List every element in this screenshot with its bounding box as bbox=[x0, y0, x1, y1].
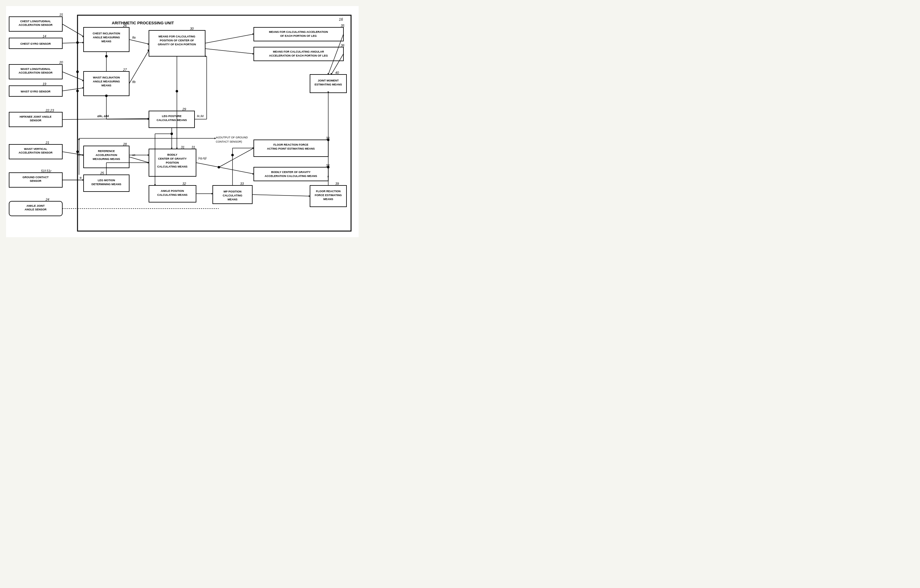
svg-point-129 bbox=[105, 94, 108, 97]
diagram-container: CHEST LONGITUDINAL ACCELERATION SENSOR 1… bbox=[6, 6, 359, 237]
svg-text:40: 40 bbox=[335, 71, 339, 75]
svg-marker-162 bbox=[253, 173, 254, 175]
svg-text:WAIST VERTICAL: WAIST VERTICAL bbox=[24, 147, 47, 151]
svg-text:MEANS: MEANS bbox=[228, 198, 238, 201]
svg-text:ACCELERATION: ACCELERATION bbox=[96, 154, 117, 157]
svg-text:MEANS: MEANS bbox=[102, 84, 112, 87]
svg-text:22,23: 22,23 bbox=[45, 109, 54, 112]
svg-text:ANGLE SENSOR: ANGLE SENSOR bbox=[24, 208, 47, 211]
svg-text:CENTER OF GRAVITY: CENTER OF GRAVITY bbox=[158, 157, 186, 160]
svg-text:31: 31 bbox=[181, 145, 185, 149]
svg-line-164 bbox=[219, 148, 254, 167]
svg-marker-147 bbox=[176, 148, 178, 149]
svg-marker-136 bbox=[171, 148, 173, 149]
svg-text:WAIST LONGITUDINAL: WAIST LONGITUDINAL bbox=[21, 68, 51, 71]
svg-text:19: 19 bbox=[42, 82, 46, 86]
svg-line-143 bbox=[205, 49, 254, 54]
svg-text:※: ※ bbox=[79, 176, 82, 179]
svg-marker-144 bbox=[253, 53, 254, 55]
svg-text:MEANS FOR CALCULATING ACCELERA: MEANS FOR CALCULATING ACCELERATION bbox=[269, 31, 328, 34]
svg-marker-158 bbox=[148, 162, 149, 164]
svg-text:20: 20 bbox=[59, 60, 63, 64]
svg-text:15: 15 bbox=[59, 13, 63, 16]
svg-text:GRAVITY OF EACH PORTION: GRAVITY OF EACH PORTION bbox=[158, 43, 196, 46]
svg-line-115 bbox=[62, 118, 149, 120]
svg-text:FLOOR REACTION: FLOOR REACTION bbox=[316, 190, 341, 193]
svg-marker-175 bbox=[327, 73, 329, 75]
svg-rect-78 bbox=[254, 167, 328, 181]
svg-text:21: 21 bbox=[45, 141, 49, 144]
svg-text:Δθc, Δθd: Δθc, Δθd bbox=[97, 115, 109, 118]
svg-rect-73 bbox=[213, 185, 252, 204]
svg-text:CHEST INCLINATION: CHEST INCLINATION bbox=[93, 32, 120, 35]
svg-marker-140 bbox=[154, 184, 156, 185]
svg-text:POSITION: POSITION bbox=[166, 161, 179, 164]
svg-rect-69 bbox=[149, 185, 196, 202]
svg-line-112 bbox=[62, 88, 84, 91]
svg-text:CONTACT SENSOR): CONTACT SENSOR) bbox=[216, 140, 242, 143]
svg-point-111 bbox=[76, 71, 79, 73]
svg-text:25: 25 bbox=[100, 171, 104, 175]
svg-text:24: 24 bbox=[45, 198, 49, 201]
svg-text:REFERENCE: REFERENCE bbox=[98, 150, 115, 152]
svg-text:ACCELERATION SENSOR: ACCELERATION SENSOR bbox=[19, 151, 53, 154]
svg-text:34: 34 bbox=[326, 164, 329, 167]
svg-marker-110 bbox=[83, 79, 84, 81]
svg-marker-167 bbox=[212, 193, 213, 194]
svg-text:29: 29 bbox=[182, 107, 186, 111]
svg-text:FORCE ESTIMATING: FORCE ESTIMATING bbox=[315, 194, 342, 197]
svg-text:51f,51r: 51f,51r bbox=[41, 169, 52, 173]
svg-rect-8 bbox=[9, 65, 62, 79]
svg-marker-133 bbox=[205, 55, 206, 57]
svg-rect-15 bbox=[9, 112, 62, 127]
svg-point-146 bbox=[176, 90, 178, 92]
svg-marker-173 bbox=[309, 195, 310, 197]
svg-marker-119 bbox=[148, 43, 149, 45]
svg-text:SENSOR: SENSOR bbox=[30, 179, 42, 182]
svg-text:16: 16 bbox=[339, 17, 343, 21]
svg-text:LEG MOTION: LEG MOTION bbox=[98, 179, 115, 182]
svg-text:LEG POSTURE: LEG POSTURE bbox=[162, 115, 182, 118]
svg-text:HIP/KNEE JOINT ANGLE: HIP/KNEE JOINT ANGLE bbox=[19, 115, 51, 118]
svg-rect-40 bbox=[84, 71, 129, 96]
svg-marker-142 bbox=[253, 33, 254, 35]
svg-text:FLOOR REACTION FORCE: FLOOR REACTION FORCE bbox=[274, 143, 308, 146]
svg-text:ACCELERATION SENSOR: ACCELERATION SENSOR bbox=[19, 71, 53, 74]
svg-text:ANKLE POSITION: ANKLE POSITION bbox=[161, 190, 184, 193]
svg-text:CHEST GYRO SENSOR: CHEST GYRO SENSOR bbox=[20, 42, 51, 45]
svg-line-172 bbox=[252, 194, 310, 196]
svg-text:ACCELERATION SENSOR: ACCELERATION SENSOR bbox=[19, 23, 53, 26]
svg-text:CHEST LONGITUDINAL: CHEST LONGITUDINAL bbox=[20, 20, 51, 23]
svg-text:ARITHMETIC PROCESSING UNIT: ARITHMETIC PROCESSING UNIT bbox=[112, 21, 174, 25]
svg-rect-50 bbox=[84, 175, 129, 191]
svg-marker-107 bbox=[83, 42, 84, 44]
svg-marker-105 bbox=[83, 36, 84, 37]
svg-text:38: 38 bbox=[326, 136, 330, 140]
svg-rect-12 bbox=[9, 86, 62, 96]
svg-text:WAIST GYRO SENSOR: WAIST GYRO SENSOR bbox=[21, 90, 51, 93]
svg-point-181 bbox=[327, 139, 329, 141]
svg-text:MEANS FOR CALCULATING: MEANS FOR CALCULATING bbox=[159, 35, 196, 38]
svg-text:GROUND CONTACT: GROUND CONTACT bbox=[23, 176, 49, 179]
svg-point-183 bbox=[327, 166, 329, 168]
svg-line-150 bbox=[129, 157, 149, 163]
svg-text:(xg,zg): (xg,zg) bbox=[198, 157, 207, 160]
svg-marker-196 bbox=[148, 154, 149, 156]
svg-text:MEANS: MEANS bbox=[323, 198, 334, 201]
svg-text:32: 32 bbox=[182, 182, 186, 185]
svg-text:θa: θa bbox=[132, 36, 136, 39]
svg-text:CALCULATING MEANS: CALCULATING MEANS bbox=[157, 165, 187, 168]
svg-line-176 bbox=[331, 54, 343, 75]
svg-marker-154 bbox=[83, 179, 84, 181]
svg-text:MP POSITION: MP POSITION bbox=[224, 190, 241, 193]
svg-marker-128 bbox=[148, 118, 149, 120]
svg-marker-151 bbox=[148, 162, 149, 164]
svg-text:BODILY CENTER OF GRAVITY: BODILY CENTER OF GRAVITY bbox=[271, 170, 310, 173]
svg-text:ACTING POINT ESTIMATING MEANS: ACTING POINT ESTIMATING MEANS bbox=[267, 147, 315, 150]
svg-marker-165 bbox=[253, 147, 254, 149]
svg-line-141 bbox=[205, 34, 254, 43]
svg-text:※(OUTPUT OF GROUND: ※(OUTPUT OF GROUND bbox=[216, 136, 248, 139]
svg-text:CALCULATING: CALCULATING bbox=[223, 194, 242, 197]
svg-rect-19 bbox=[9, 144, 62, 159]
svg-marker-179 bbox=[327, 92, 329, 93]
